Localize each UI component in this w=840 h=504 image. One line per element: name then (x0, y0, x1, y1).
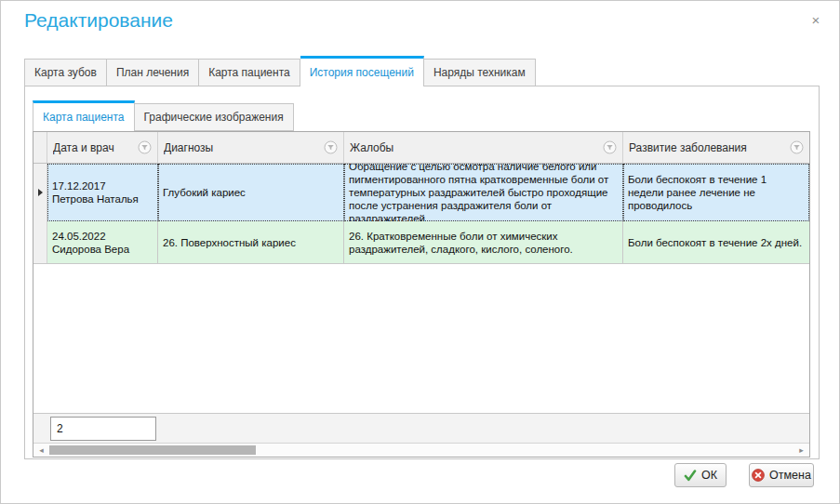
check-icon (684, 470, 697, 482)
dialog-title: Редактирование (24, 9, 173, 32)
cell-date-doctor[interactable]: 17.12.2017 Петрова Наталья (47, 164, 158, 221)
cancel-label: Отмена (769, 469, 811, 482)
complaints-text: Обращение с целью осмотра наличие белого… (349, 164, 619, 221)
column-header-complaints[interactable]: Жалобы (344, 132, 623, 163)
tab-visit-history[interactable]: История посещений (300, 56, 424, 86)
column-header-date-doctor[interactable]: Дата и врач (47, 132, 158, 163)
filter-icon[interactable] (790, 140, 804, 154)
cancel-button[interactable]: Отмена (749, 463, 814, 487)
row-indicator (33, 221, 47, 263)
close-icon[interactable]: × (808, 13, 823, 28)
visit-history-panel: Карта пациента Графические изображения Д… (24, 86, 820, 459)
grid-footer (33, 413, 809, 443)
visit-date: 17.12.2017 (52, 179, 153, 192)
edit-dialog: Редактирование × Карта зубов План лечени… (0, 0, 840, 504)
sub-tab-strip: Карта пациента Графические изображения (33, 100, 294, 131)
diagnosis-text: Глубокий кариес (163, 186, 340, 199)
cell-date-doctor[interactable]: 24.05.2022 Сидорова Вера (47, 221, 158, 263)
grid-header-row: Дата и врач Диагнозы Жалобы (33, 132, 809, 164)
tab-technician-orders[interactable]: Наряды техникам (424, 59, 536, 86)
cell-development[interactable]: Боли беспокоят в течение 1 недели ранее … (623, 164, 809, 221)
development-text: Боли беспокоят в течение 2х дней. (628, 236, 805, 249)
main-tab-strip: Карта зубов План лечения Карта пациента … (24, 56, 536, 86)
visit-date: 24.05.2022 (52, 230, 153, 243)
visits-grid: Дата и врач Диагнозы Жалобы (33, 131, 810, 458)
tab-label: Карта зубов (34, 66, 97, 79)
cell-diagnosis[interactable]: 26. Поверхностный кариес (158, 221, 344, 263)
diagnosis-text: 26. Поверхностный кариес (163, 236, 339, 249)
tab-treatment-plan[interactable]: План лечения (107, 59, 199, 86)
doctor-name: Сидорова Вера (52, 243, 153, 256)
cell-complaints[interactable]: 26. Кратковременные боли от химических р… (344, 221, 623, 263)
grid-empty-area (33, 264, 809, 413)
focused-row-arrow-icon (38, 189, 43, 196)
column-header-diagnoses[interactable]: Диагнозы (158, 132, 344, 163)
grid-footer-input[interactable] (50, 417, 156, 441)
scroll-left-icon[interactable]: ◂ (36, 445, 47, 456)
cell-complaints[interactable]: Обращение с целью осмотра наличие белого… (344, 164, 623, 221)
tab-label: Карта пациента (208, 66, 290, 79)
scrollbar-thumb[interactable] (49, 445, 256, 455)
column-header-disease-development[interactable]: Развитие заболевания (623, 132, 809, 163)
ok-button[interactable]: ОК (674, 463, 727, 487)
cancel-icon (752, 469, 765, 482)
table-row[interactable]: 17.12.2017 Петрова Наталья Глубокий кари… (33, 164, 809, 221)
cell-diagnosis[interactable]: Глубокий кариес (158, 164, 344, 221)
ok-label: ОК (701, 469, 717, 482)
subtab-label: Карта пациента (43, 111, 125, 124)
column-label: Дата и врач (53, 141, 114, 154)
tab-label: План лечения (116, 66, 189, 79)
subtab-label: Графические изображения (144, 111, 284, 124)
row-indicator (33, 164, 47, 221)
horizontal-scrollbar[interactable]: ◂ ▸ (33, 443, 809, 457)
table-row[interactable]: 24.05.2022 Сидорова Вера 26. Поверхностн… (33, 221, 809, 264)
column-label: Развитие заболевания (629, 141, 747, 154)
column-label: Жалобы (350, 141, 393, 154)
tab-patient-card[interactable]: Карта пациента (199, 59, 300, 86)
tab-label: Наряды техникам (433, 66, 526, 79)
tab-tooth-chart[interactable]: Карта зубов (24, 59, 107, 86)
development-text: Боли беспокоят в течение 1 недели ранее … (628, 173, 805, 212)
filter-icon[interactable] (324, 140, 338, 154)
filter-icon[interactable] (603, 140, 617, 154)
scroll-right-icon[interactable]: ▸ (796, 445, 807, 456)
column-label: Диагнозы (164, 141, 213, 154)
subtab-graphic-images[interactable]: Графические изображения (135, 103, 294, 131)
filter-icon[interactable] (138, 140, 152, 154)
cell-development[interactable]: Боли беспокоят в течение 2х дней. (623, 221, 809, 263)
grid-header-gutter (33, 132, 47, 163)
tab-label: История посещений (310, 66, 414, 79)
complaints-text: 26. Кратковременные боли от химических р… (349, 230, 618, 256)
subtab-patient-card[interactable]: Карта пациента (33, 100, 135, 131)
doctor-name: Петрова Наталья (52, 192, 153, 206)
